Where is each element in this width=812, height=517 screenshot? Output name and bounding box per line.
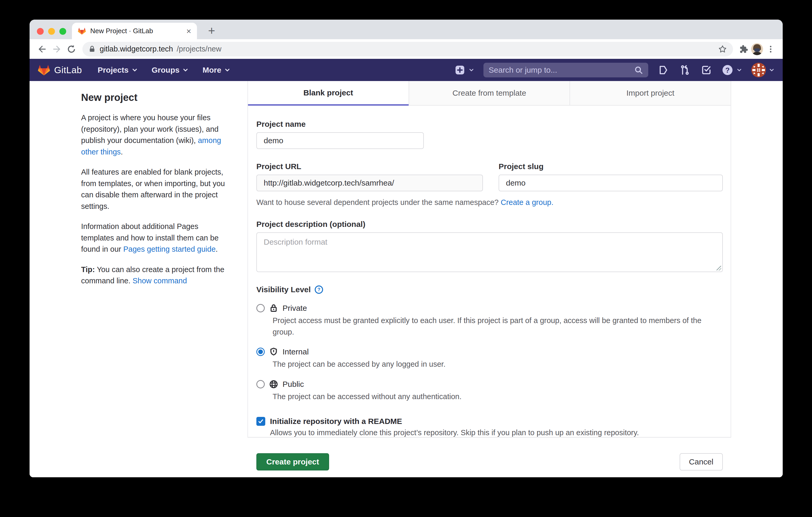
nav-menu-more[interactable]: More xyxy=(197,59,236,81)
public-description: The project can be accessed without any … xyxy=(272,391,717,402)
plus-square-icon xyxy=(455,65,465,75)
radio-dot xyxy=(258,349,263,354)
new-tab-button[interactable]: + xyxy=(204,23,219,38)
user-menu-button[interactable] xyxy=(751,63,775,78)
lock-icon xyxy=(88,45,96,53)
browser-tab[interactable]: New Project · GitLab × xyxy=(72,23,197,39)
help-circle-icon[interactable]: ? xyxy=(314,285,323,294)
back-button[interactable] xyxy=(35,42,50,57)
paragraph-text: . xyxy=(215,245,218,253)
forward-icon xyxy=(52,44,62,54)
sidebar-tip: Tip: You can also create a project from … xyxy=(81,264,231,287)
tab-create-from-template[interactable]: Create from template xyxy=(409,81,570,105)
reload-icon xyxy=(66,44,77,54)
todo-check-icon xyxy=(701,65,712,75)
private-description: Project access must be granted explicitl… xyxy=(272,315,717,338)
chevron-down-icon xyxy=(736,67,743,73)
gitlab-brand[interactable]: GitLab xyxy=(37,64,82,76)
option-head: Internal xyxy=(256,347,723,357)
sidebar-paragraph: A project is where you house your files … xyxy=(81,112,231,158)
forward-button[interactable] xyxy=(50,42,64,57)
menu-label: Groups xyxy=(152,66,180,74)
description-wrap xyxy=(256,232,723,273)
extensions-button[interactable] xyxy=(737,42,750,56)
readme-checkbox[interactable] xyxy=(256,417,265,426)
internal-radio[interactable] xyxy=(256,347,265,356)
readme-head: Initialize repository with a README xyxy=(256,417,723,426)
nav-menu-projects[interactable]: Projects xyxy=(92,59,144,81)
globe-icon xyxy=(269,379,278,389)
sidebar-paragraph: All features are enabled for blank proje… xyxy=(81,166,231,212)
tab-import-project[interactable]: Import project xyxy=(570,81,731,105)
browser-window: New Project · GitLab × + gitlab.widgetco… xyxy=(30,20,783,477)
internal-label[interactable]: Internal xyxy=(283,347,309,356)
merge-requests-button[interactable] xyxy=(678,64,691,76)
todos-button[interactable] xyxy=(700,64,713,76)
page-content: New project A project is where you house… xyxy=(30,81,783,477)
project-slug-label: Project slug xyxy=(499,162,723,171)
menu-label: Projects xyxy=(97,66,128,74)
create-project-button[interactable]: Create project xyxy=(256,453,329,470)
project-description-input[interactable] xyxy=(256,232,723,272)
resize-handle[interactable] xyxy=(717,266,721,271)
tanuki-logo-icon xyxy=(37,64,51,76)
show-command-link[interactable]: Show command xyxy=(133,277,187,285)
private-label[interactable]: Private xyxy=(283,304,307,313)
search-input[interactable]: Search or jump to... xyxy=(484,63,648,78)
extensions-icon xyxy=(738,44,748,54)
info-sidebar: New project A project is where you house… xyxy=(30,81,248,477)
star-icon[interactable] xyxy=(718,44,727,54)
page-title: New project xyxy=(81,92,231,103)
chevron-down-icon xyxy=(224,67,231,73)
public-label[interactable]: Public xyxy=(283,380,304,389)
browser-toolbar: gitlab.widgetcorp.tech/projects/new xyxy=(30,39,783,59)
svg-text:?: ? xyxy=(725,66,730,74)
project-url-input[interactable] xyxy=(256,175,483,191)
visibility-option-private: Private Project access must be granted e… xyxy=(256,303,723,338)
form-actions: Create project Cancel xyxy=(256,453,723,470)
project-slug-input[interactable] xyxy=(499,175,723,191)
public-radio[interactable] xyxy=(256,380,265,388)
url-slug-row: Project URL Project slug xyxy=(256,162,723,191)
option-head: Private xyxy=(256,303,723,313)
pages-guide-link[interactable]: Pages getting started guide xyxy=(123,245,215,253)
chevron-down-icon xyxy=(131,67,138,73)
url-path: /projects/new xyxy=(177,45,222,53)
brand-name: GitLab xyxy=(54,65,82,75)
close-tab-icon[interactable]: × xyxy=(186,27,191,35)
visibility-option-internal: Internal The project can be accessed by … xyxy=(256,347,723,370)
readme-option: Initialize repository with a README Allo… xyxy=(256,417,723,437)
close-window-button[interactable] xyxy=(37,28,44,35)
readme-label[interactable]: Initialize repository with a README xyxy=(270,417,402,426)
project-url-label: Project URL xyxy=(256,162,483,171)
new-project-panel: Blank project Create from template Impor… xyxy=(248,81,731,437)
chevron-down-icon xyxy=(768,67,775,73)
issues-button[interactable] xyxy=(657,64,670,76)
visibility-option-public: Public The project can be accessed witho… xyxy=(256,379,723,402)
gitlab-navbar: GitLab Projects Groups More Search or ju… xyxy=(30,59,783,81)
tab-blank-project[interactable]: Blank project xyxy=(248,81,409,105)
profile-avatar xyxy=(751,43,763,55)
reload-button[interactable] xyxy=(64,42,79,57)
readme-description: Allows you to immediately clone this pro… xyxy=(270,428,723,437)
project-description-label: Project description (optional) xyxy=(256,220,723,229)
browser-menu-button[interactable] xyxy=(764,42,778,56)
visibility-level-row: Visibility Level ? xyxy=(256,285,723,294)
user-avatar xyxy=(751,63,766,78)
chevron-down-icon xyxy=(182,67,189,73)
nav-menu-groups[interactable]: Groups xyxy=(146,59,195,81)
minimize-window-button[interactable] xyxy=(48,28,55,35)
private-radio[interactable] xyxy=(256,304,265,312)
hint-text: Want to house several dependent projects… xyxy=(256,198,501,207)
cancel-button[interactable]: Cancel xyxy=(679,453,723,470)
zoom-window-button[interactable] xyxy=(59,28,66,35)
project-url-group: Project URL xyxy=(256,162,483,191)
create-group-link[interactable]: Create a group. xyxy=(501,198,554,207)
address-bar[interactable]: gitlab.widgetcorp.tech/projects/new xyxy=(82,42,733,57)
window-controls xyxy=(37,28,66,35)
project-name-input[interactable] xyxy=(256,132,424,149)
project-tabs: Blank project Create from template Impor… xyxy=(248,81,731,105)
help-menu-button[interactable]: ? xyxy=(722,64,743,76)
browser-profile-button[interactable] xyxy=(750,42,764,56)
new-menu-button[interactable] xyxy=(455,65,474,75)
